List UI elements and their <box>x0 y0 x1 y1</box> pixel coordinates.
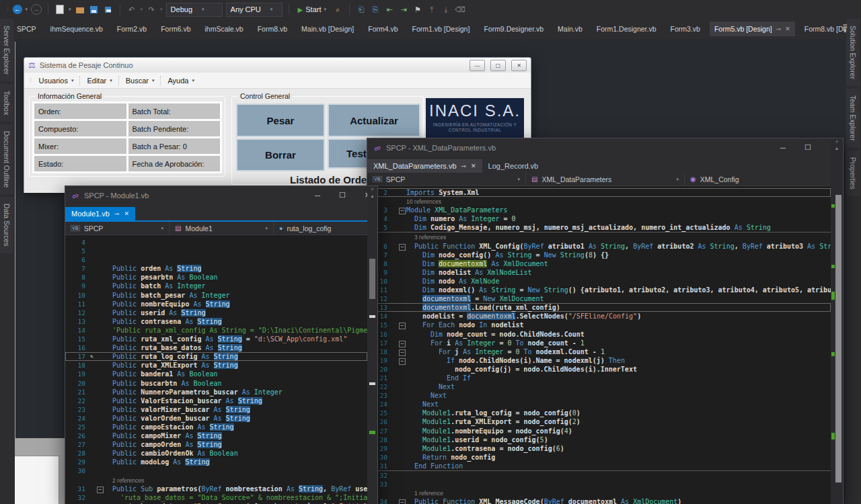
maximize-icon[interactable]: ☐ <box>804 143 811 152</box>
menu-ayuda[interactable]: Ayuda▾ <box>163 75 199 87</box>
decrease-indent-icon[interactable]: ⇤ <box>384 4 395 15</box>
code-line[interactable]: 14'Public ruta_xml_config As String = "D… <box>65 326 367 335</box>
navigate-back-icon[interactable]: ← <box>13 5 22 14</box>
code-line[interactable]: 12documentoxml = New XmlDocument <box>367 294 831 303</box>
collapse-region-icon[interactable]: – <box>399 341 406 347</box>
code-line[interactable]: 31–Public Sub parametros(ByRef nombreest… <box>65 485 367 493</box>
code-line[interactable]: 26Module1.ruta_XMLExport = nodo_config(2… <box>367 417 831 426</box>
code-line[interactable]: 18Public ruta_XMLExport As String <box>65 361 367 370</box>
bookmark-icon[interactable]: ⚑ <box>412 4 423 15</box>
code-line[interactable]: 16Public ruta_base_datos As String <box>65 343 367 352</box>
code-line[interactable]: 23Next <box>367 391 831 400</box>
menu-buscar[interactable]: Buscar▾ <box>121 75 159 87</box>
code-line[interactable]: 8Public pesarbtn As Boolean <box>65 273 367 282</box>
code-line[interactable]: 22Public ValorEstacion_buscar As String <box>65 396 367 405</box>
clear-bookmarks-icon[interactable]: ⌫ <box>455 4 465 15</box>
solution-platform-select[interactable]: Any CPU ▾ <box>226 3 283 17</box>
code-line[interactable]: 9Public batch As Integer <box>65 282 367 290</box>
code-line[interactable]: 8Dim documentoxml As XmlDocument <box>367 259 831 268</box>
save-icon[interactable] <box>89 4 100 15</box>
code-line[interactable]: 27Module1.nombreEquipo = nodo_config(4) <box>367 427 831 435</box>
code-line[interactable]: 20nodo_config(j) = nodo.ChildNodes(i).In… <box>367 365 831 374</box>
document-tab[interactable]: Form5.vb [Design]⊸✕ <box>710 22 795 36</box>
code-line[interactable]: 15–For Each nodo In nodelist <box>367 321 831 329</box>
document-tab[interactable]: Form9.Designer.vb <box>479 22 548 36</box>
project-dropdown[interactable]: VB SPCP ▾ <box>367 173 526 185</box>
code-line[interactable]: 6 <box>65 255 367 264</box>
collapse-region-icon[interactable]: – <box>399 244 406 251</box>
code-line[interactable]: 26Public campoMixer As String <box>65 431 367 440</box>
code-editor[interactable]: 2Imports System.Xml10 references3–Module… <box>367 187 831 504</box>
pesar-button[interactable]: Pesar <box>236 103 325 137</box>
code-line[interactable]: 25Module1.ruta_log_cofig = nodo_config(0… <box>367 409 831 417</box>
code-line[interactable]: 4Dim numero As Integer = 0 <box>367 214 831 223</box>
code-line[interactable]: 20Public buscarbtn As Boolean <box>65 379 367 388</box>
collapse-region-icon[interactable]: – <box>399 349 406 356</box>
collapse-region-icon[interactable]: – <box>97 487 104 493</box>
code-line[interactable]: 5Dim Codigo_Mensaje, numero_msj, numero_… <box>367 223 831 233</box>
navigate-back-dropdown-icon[interactable]: ▾ <box>26 7 28 12</box>
project-dropdown[interactable]: VB SPCP ▾ <box>65 222 170 235</box>
collapse-region-icon[interactable]: – <box>399 358 406 365</box>
uncomment-icon[interactable]: ⎘ <box>370 4 381 15</box>
next-bookmark-icon[interactable]: ⤓ <box>441 4 451 15</box>
document-tab[interactable]: ihmScale.vb <box>200 22 248 36</box>
code-line[interactable]: 2Imports System.Xml <box>367 188 831 197</box>
document-tab[interactable]: Main.vb [Design] <box>297 22 359 36</box>
undo-icon[interactable]: ↶ <box>126 4 137 15</box>
code-line[interactable]: 12Public userid As String <box>65 308 367 317</box>
code-line[interactable]: 19Public bandera1 As Boolean <box>65 370 367 378</box>
code-line[interactable]: 25Public campoEstacion As String <box>65 423 367 431</box>
code-line[interactable]: 17–For i As Integer = 0 To node_count - … <box>367 339 831 347</box>
code-line[interactable]: 10Public batch_pesar As Integer <box>65 291 367 300</box>
code-line[interactable]: 3–Module XML_DataParameters <box>367 206 831 214</box>
document-tab[interactable]: Main.vb <box>553 22 587 36</box>
code-line[interactable]: 13Public contrasena As String <box>65 317 367 326</box>
scrollbar-thumb[interactable] <box>369 259 375 299</box>
codelens-references[interactable]: 1 reference <box>367 489 831 497</box>
close-tab-icon[interactable]: ✕ <box>471 163 476 169</box>
maximize-button[interactable]: ▢ <box>490 60 506 71</box>
document-tab[interactable]: Form6.vb <box>156 22 195 36</box>
undo-dropdown-icon[interactable]: ▾ <box>141 7 143 12</box>
tab-xml-dataparameters[interactable]: XML_DataParameters.vb ⊸ ✕ <box>367 159 482 173</box>
tab-log-record[interactable]: Log_Record.vb <box>482 159 545 173</box>
code-line[interactable]: 17✎Public ruta_log_cofig As String <box>65 352 367 361</box>
open-file-icon[interactable] <box>75 4 85 15</box>
code-line[interactable]: 5 <box>65 247 367 255</box>
menu-editar[interactable]: Editar▾ <box>82 75 116 87</box>
tool-window-tab-toolbox[interactable]: Toolbox <box>0 84 13 122</box>
tool-window-tab-team-explorer[interactable]: Team Explorer <box>846 89 860 148</box>
new-file-icon[interactable] <box>54 4 65 15</box>
redo-icon[interactable]: ↷ <box>146 4 157 15</box>
tool-window-tab-data-sources[interactable]: Data Sources <box>0 197 13 253</box>
vertical-scrollbar[interactable]: ÷ ▲ <box>831 138 843 504</box>
pin-icon[interactable]: ⊸ <box>776 26 782 32</box>
code-line[interactable]: 28Module1.userid = nodo_config(5) <box>367 435 831 444</box>
code-line[interactable]: 24Next <box>367 400 831 409</box>
increase-indent-icon[interactable]: ⇥ <box>398 4 409 15</box>
code-line[interactable]: 34–Public Function XML_MessageCode(ByRef… <box>367 497 831 504</box>
minimize-icon[interactable]: ─ <box>315 192 320 200</box>
redo-dropdown-icon[interactable]: ▾ <box>160 7 163 12</box>
code-line[interactable]: 9Dim nodelist As XmlNodeList <box>367 268 831 277</box>
document-tab[interactable]: SPCP <box>12 22 41 36</box>
code-line[interactable]: 16Dim node_count = nodo.ChildNodes.Count <box>367 330 831 339</box>
code-line[interactable]: 7Dim nodo_config() As String = New Strin… <box>367 251 831 259</box>
collapse-region-icon[interactable]: – <box>399 208 406 214</box>
code-line[interactable]: 21Public NumneroParametros_buscar As Int… <box>65 388 367 396</box>
code-line[interactable]: 11Dim nodexml() As String = New String()… <box>367 286 831 294</box>
document-tab[interactable]: Form8.vb [Design] <box>800 22 848 36</box>
code-line[interactable]: 29Public modoLog As String <box>65 458 367 466</box>
code-line[interactable]: 32 <box>367 471 831 480</box>
close-tab-icon[interactable]: ✕ <box>785 26 790 32</box>
code-line[interactable]: 19–If nodo.ChildNodes(i).Name = nodexml(… <box>367 356 831 365</box>
code-editor[interactable]: 4567Public orden As String8Public pesarb… <box>65 237 367 504</box>
window-title-bar[interactable]: ∞ SPCP - XML_DataParameters.vb ─ ☐ ✕ <box>367 138 843 157</box>
collapse-region-icon[interactable]: – <box>399 499 406 504</box>
pin-icon[interactable]: ⊸ <box>461 163 467 169</box>
code-line[interactable]: 18–For j As Integer = 0 To nodexml.Count… <box>367 347 831 356</box>
member-dropdown[interactable]: ◉ XML_Config ▾ <box>685 173 843 185</box>
document-tab[interactable]: Form3.vb <box>666 22 705 36</box>
navigate-forward-icon[interactable]: → <box>31 4 42 15</box>
